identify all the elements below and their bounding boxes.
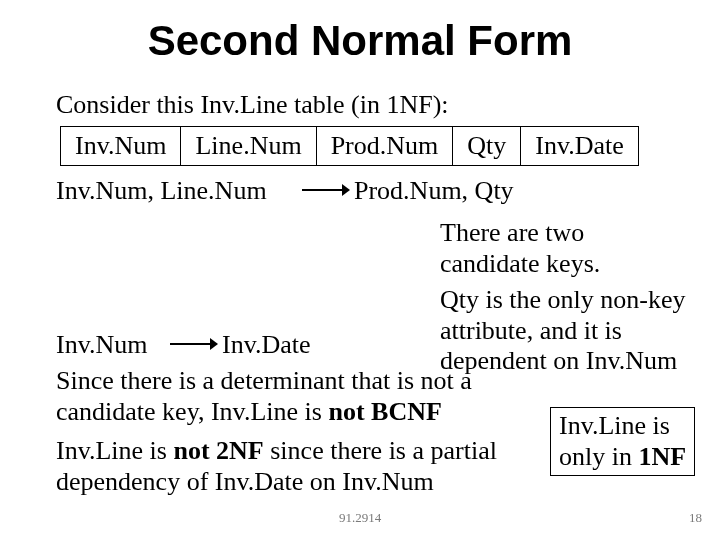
fd1-determinant: Inv.Num, Line.Num <box>56 176 267 206</box>
col-invnum: Inv.Num <box>61 127 181 166</box>
box1nf-line2b: 1NF <box>638 442 686 471</box>
intro-text: Consider this Inv.Line table (in 1NF): <box>56 90 449 120</box>
fd2-determinant: Inv.Num <box>56 330 147 360</box>
bcnf-strong: not BCNF <box>328 397 441 426</box>
table-row: Inv.Num Line.Num Prod.Num Qty Inv.Date <box>61 127 639 166</box>
bcnf-text: Since there is a determinant that is not… <box>56 366 531 427</box>
footer-page: 18 <box>689 510 702 526</box>
col-linenum: Line.Num <box>181 127 316 166</box>
candidate-keys-text: There are two candidate keys. <box>440 218 685 279</box>
not-2nf-text: Inv.Line is not 2NF since there is a par… <box>56 436 536 497</box>
svg-marker-1 <box>342 184 350 196</box>
not2nf-a: Inv.Line is <box>56 436 173 465</box>
box1nf-line1: Inv.Line is <box>559 411 670 440</box>
svg-marker-3 <box>210 338 218 350</box>
not2nf-b: not 2NF <box>173 436 263 465</box>
arrow-icon <box>170 330 218 358</box>
invline-table: Inv.Num Line.Num Prod.Num Qty Inv.Date <box>60 126 639 166</box>
slide: Second Normal Form Consider this Inv.Lin… <box>0 0 720 540</box>
arrow-icon <box>302 176 350 204</box>
col-invdate: Inv.Date <box>521 127 639 166</box>
only-1nf-box: Inv.Line is only in 1NF <box>550 407 695 476</box>
slide-title: Second Normal Form <box>0 18 720 64</box>
qty-dependency-text: Qty is the only non-key attribute, and i… <box>440 285 700 377</box>
footer-course: 91.2914 <box>0 510 720 526</box>
fd2-dependent: Inv.Date <box>222 330 311 360</box>
box1nf-line2a: only in <box>559 442 638 471</box>
col-prodnum: Prod.Num <box>316 127 453 166</box>
col-qty: Qty <box>453 127 521 166</box>
fd1-dependent: Prod.Num, Qty <box>354 176 514 206</box>
